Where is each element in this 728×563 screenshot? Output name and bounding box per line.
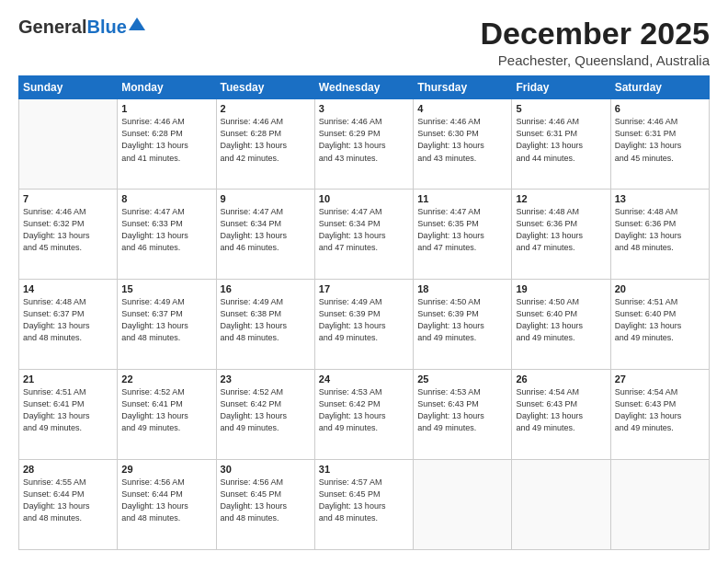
day-info: Sunrise: 4:51 AMSunset: 6:40 PMDaylight:… bbox=[615, 296, 705, 344]
day-info: Sunrise: 4:48 AMSunset: 6:36 PMDaylight:… bbox=[516, 206, 606, 254]
calendar-cell: 2Sunrise: 4:46 AMSunset: 6:28 PMDaylight… bbox=[216, 99, 314, 190]
calendar-cell: 21Sunrise: 4:51 AMSunset: 6:41 PMDayligh… bbox=[19, 370, 118, 460]
day-number: 29 bbox=[121, 464, 211, 475]
day-info: Sunrise: 4:50 AMSunset: 6:39 PMDaylight:… bbox=[417, 296, 507, 344]
calendar-cell: 15Sunrise: 4:49 AMSunset: 6:37 PMDayligh… bbox=[118, 280, 216, 370]
day-number: 30 bbox=[221, 464, 311, 475]
calendar-cell: 1Sunrise: 4:46 AMSunset: 6:28 PMDaylight… bbox=[118, 99, 216, 190]
calendar-week-3: 14Sunrise: 4:48 AMSunset: 6:37 PMDayligh… bbox=[19, 280, 710, 370]
day-number: 12 bbox=[516, 193, 606, 204]
month-title: December 2025 bbox=[480, 17, 710, 51]
day-info: Sunrise: 4:49 AMSunset: 6:38 PMDaylight:… bbox=[221, 296, 311, 344]
day-number: 2 bbox=[221, 103, 311, 114]
calendar-cell: 16Sunrise: 4:49 AMSunset: 6:38 PMDayligh… bbox=[216, 280, 314, 370]
day-number: 19 bbox=[516, 283, 606, 294]
day-number: 16 bbox=[221, 283, 311, 294]
calendar-cell: 29Sunrise: 4:56 AMSunset: 6:44 PMDayligh… bbox=[118, 460, 216, 550]
day-info: Sunrise: 4:51 AMSunset: 6:41 PMDaylight:… bbox=[23, 386, 113, 434]
calendar-cell: 17Sunrise: 4:49 AMSunset: 6:39 PMDayligh… bbox=[314, 280, 413, 370]
calendar-header-row: Sunday Monday Tuesday Wednesday Thursday… bbox=[19, 76, 710, 99]
calendar-week-4: 21Sunrise: 4:51 AMSunset: 6:41 PMDayligh… bbox=[19, 370, 710, 460]
day-number: 26 bbox=[516, 373, 606, 385]
col-saturday: Saturday bbox=[610, 76, 709, 99]
day-number: 10 bbox=[319, 193, 409, 204]
day-info: Sunrise: 4:57 AMSunset: 6:45 PMDaylight:… bbox=[319, 477, 409, 524]
day-info: Sunrise: 4:48 AMSunset: 6:36 PMDaylight:… bbox=[615, 206, 705, 254]
calendar-week-1: 1Sunrise: 4:46 AMSunset: 6:28 PMDaylight… bbox=[19, 99, 710, 190]
logo-icon bbox=[129, 16, 145, 32]
day-info: Sunrise: 4:46 AMSunset: 6:30 PMDaylight:… bbox=[417, 116, 507, 164]
day-number: 8 bbox=[121, 193, 211, 204]
day-number: 3 bbox=[319, 103, 409, 114]
calendar-cell: 25Sunrise: 4:53 AMSunset: 6:43 PMDayligh… bbox=[414, 370, 512, 460]
day-number: 15 bbox=[121, 283, 211, 294]
calendar-cell: 10Sunrise: 4:47 AMSunset: 6:34 PMDayligh… bbox=[314, 190, 413, 280]
day-number: 6 bbox=[615, 103, 705, 114]
title-block: December 2025 Peachester, Queensland, Au… bbox=[480, 17, 710, 68]
calendar-cell: 11Sunrise: 4:47 AMSunset: 6:35 PMDayligh… bbox=[414, 190, 512, 280]
calendar-cell: 27Sunrise: 4:54 AMSunset: 6:43 PMDayligh… bbox=[610, 370, 709, 460]
day-info: Sunrise: 4:54 AMSunset: 6:43 PMDaylight:… bbox=[615, 386, 705, 434]
calendar-cell: 9Sunrise: 4:47 AMSunset: 6:34 PMDaylight… bbox=[216, 190, 314, 280]
day-info: Sunrise: 4:54 AMSunset: 6:43 PMDaylight:… bbox=[516, 386, 606, 434]
calendar-cell: 7Sunrise: 4:46 AMSunset: 6:32 PMDaylight… bbox=[19, 190, 118, 280]
day-info: Sunrise: 4:52 AMSunset: 6:42 PMDaylight:… bbox=[221, 386, 311, 434]
calendar-cell: 4Sunrise: 4:46 AMSunset: 6:30 PMDaylight… bbox=[414, 99, 512, 190]
day-number: 22 bbox=[121, 373, 211, 385]
day-info: Sunrise: 4:46 AMSunset: 6:31 PMDaylight:… bbox=[516, 116, 606, 164]
calendar-cell: 8Sunrise: 4:47 AMSunset: 6:33 PMDaylight… bbox=[118, 190, 216, 280]
day-info: Sunrise: 4:47 AMSunset: 6:35 PMDaylight:… bbox=[417, 206, 507, 254]
day-info: Sunrise: 4:47 AMSunset: 6:34 PMDaylight:… bbox=[221, 206, 311, 254]
day-number: 27 bbox=[615, 373, 705, 385]
calendar-cell: 13Sunrise: 4:48 AMSunset: 6:36 PMDayligh… bbox=[610, 190, 709, 280]
calendar-cell bbox=[414, 460, 512, 550]
day-info: Sunrise: 4:46 AMSunset: 6:28 PMDaylight:… bbox=[121, 116, 211, 164]
day-info: Sunrise: 4:55 AMSunset: 6:44 PMDaylight:… bbox=[23, 477, 113, 524]
calendar-cell bbox=[610, 460, 709, 550]
col-monday: Monday bbox=[118, 76, 216, 99]
calendar-week-5: 28Sunrise: 4:55 AMSunset: 6:44 PMDayligh… bbox=[19, 460, 710, 550]
calendar-cell: 12Sunrise: 4:48 AMSunset: 6:36 PMDayligh… bbox=[512, 190, 610, 280]
header: GeneralBlue December 2025 Peachester, Qu… bbox=[18, 17, 710, 68]
calendar-cell: 18Sunrise: 4:50 AMSunset: 6:39 PMDayligh… bbox=[414, 280, 512, 370]
page: GeneralBlue December 2025 Peachester, Qu… bbox=[0, 0, 728, 563]
day-number: 31 bbox=[319, 464, 409, 475]
day-info: Sunrise: 4:46 AMSunset: 6:29 PMDaylight:… bbox=[319, 116, 409, 164]
day-info: Sunrise: 4:50 AMSunset: 6:40 PMDaylight:… bbox=[516, 296, 606, 344]
calendar-cell bbox=[512, 460, 610, 550]
logo-text: GeneralBlue bbox=[18, 17, 127, 38]
day-info: Sunrise: 4:46 AMSunset: 6:31 PMDaylight:… bbox=[615, 116, 705, 164]
calendar-table: Sunday Monday Tuesday Wednesday Thursday… bbox=[18, 75, 710, 550]
calendar-cell: 31Sunrise: 4:57 AMSunset: 6:45 PMDayligh… bbox=[314, 460, 413, 550]
day-number: 17 bbox=[319, 283, 409, 294]
day-number: 23 bbox=[221, 373, 311, 385]
day-number: 7 bbox=[23, 193, 113, 204]
day-number: 14 bbox=[23, 283, 113, 294]
day-number: 11 bbox=[417, 193, 507, 204]
col-sunday: Sunday bbox=[19, 76, 118, 99]
day-info: Sunrise: 4:49 AMSunset: 6:39 PMDaylight:… bbox=[319, 296, 409, 344]
day-info: Sunrise: 4:47 AMSunset: 6:33 PMDaylight:… bbox=[121, 206, 211, 254]
day-number: 28 bbox=[23, 464, 113, 475]
col-tuesday: Tuesday bbox=[216, 76, 314, 99]
calendar-cell: 14Sunrise: 4:48 AMSunset: 6:37 PMDayligh… bbox=[19, 280, 118, 370]
day-info: Sunrise: 4:48 AMSunset: 6:37 PMDaylight:… bbox=[23, 296, 113, 344]
col-wednesday: Wednesday bbox=[314, 76, 413, 99]
calendar-cell: 5Sunrise: 4:46 AMSunset: 6:31 PMDaylight… bbox=[512, 99, 610, 190]
calendar-cell: 30Sunrise: 4:56 AMSunset: 6:45 PMDayligh… bbox=[216, 460, 314, 550]
calendar-cell: 28Sunrise: 4:55 AMSunset: 6:44 PMDayligh… bbox=[19, 460, 118, 550]
day-info: Sunrise: 4:46 AMSunset: 6:28 PMDaylight:… bbox=[221, 116, 311, 164]
subtitle: Peachester, Queensland, Australia bbox=[480, 52, 710, 68]
calendar-week-2: 7Sunrise: 4:46 AMSunset: 6:32 PMDaylight… bbox=[19, 190, 710, 280]
calendar-cell: 6Sunrise: 4:46 AMSunset: 6:31 PMDaylight… bbox=[610, 99, 709, 190]
svg-marker-0 bbox=[129, 17, 145, 30]
day-info: Sunrise: 4:56 AMSunset: 6:45 PMDaylight:… bbox=[221, 477, 311, 524]
day-info: Sunrise: 4:52 AMSunset: 6:41 PMDaylight:… bbox=[121, 386, 211, 434]
calendar-cell bbox=[19, 99, 118, 190]
day-info: Sunrise: 4:47 AMSunset: 6:34 PMDaylight:… bbox=[319, 206, 409, 254]
logo: GeneralBlue bbox=[18, 17, 145, 38]
col-friday: Friday bbox=[512, 76, 610, 99]
calendar-cell: 19Sunrise: 4:50 AMSunset: 6:40 PMDayligh… bbox=[512, 280, 610, 370]
day-number: 9 bbox=[221, 193, 311, 204]
day-number: 20 bbox=[615, 283, 705, 294]
